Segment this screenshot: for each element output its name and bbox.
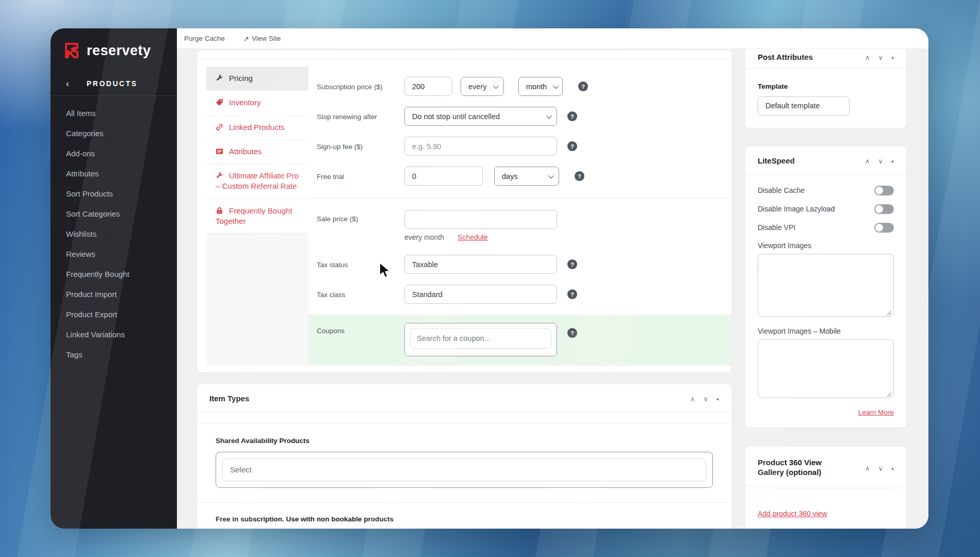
logo-text: reservety [87,43,151,59]
move-up-icon[interactable]: ∧ [865,54,870,61]
help-icon[interactable]: ? [567,259,577,269]
viewport-images-textarea[interactable] [758,254,894,317]
help-icon[interactable]: ? [567,289,577,299]
signup-fee-row: Sign-up fee ($) ? [317,137,717,156]
collapse-panel-icon[interactable]: ▴ [716,396,719,401]
subscription-price-input[interactable] [404,77,452,96]
disable-lazyload-toggle[interactable] [874,204,894,214]
panel-title: Post Attributes [758,53,813,62]
sidebar-item-sort-products[interactable]: Sort Products [51,184,177,204]
template-select[interactable]: Default template [758,96,850,116]
sale-price-input[interactable] [404,210,557,229]
free-trial-input[interactable] [404,167,483,186]
field-label: Sale price ($) [317,210,404,223]
tax-class-value: Standard [412,290,443,299]
tab-inventory[interactable]: Inventory [206,91,308,115]
panel-title: Product 360 View Gallery (optional) [758,458,845,478]
purge-cache-link[interactable]: Purge Cache [184,35,225,42]
sale-price-row: Sale price ($) [317,210,717,229]
period-value: month [526,83,547,91]
tax-class-select[interactable]: Standard [404,285,557,304]
item-types-panel: Item Types ∧ ∨ ▴ Shared Availability Pro… [197,384,731,529]
external-link-icon: ↗ [243,35,249,43]
tab-label: Linked Products [229,123,285,132]
move-up-icon[interactable]: ∧ [690,396,695,402]
main-area: Purge Cache ↗ View Site [177,28,928,529]
sidebar-item-attributes[interactable]: Attributes [51,163,177,184]
help-icon[interactable]: ? [567,141,577,151]
tax-class-row: Tax class Standard ? [317,285,717,304]
list-card-icon [216,148,224,155]
sidebar-item-reviews[interactable]: Reviews [51,244,177,264]
product-data-tabs: Pricing Inventory [206,67,308,365]
product-360-body: Add product 360 view [745,488,906,518]
wrench-icon [216,74,224,81]
panel-top-sliver [197,51,731,59]
help-icon[interactable]: ? [575,171,584,181]
stop-renewing-select[interactable]: Do not stop until cancelled [404,107,557,126]
signup-fee-input[interactable] [404,137,557,156]
sidebar: reservety ‹ PRODUCTS All Items Categorie… [51,28,177,529]
viewport-images-mobile-textarea[interactable] [758,339,894,398]
field-label: Tax status [317,260,404,269]
interval-select[interactable]: every [461,77,504,96]
help-icon[interactable]: ? [567,328,577,338]
sidebar-item-wishlists[interactable]: Wishlists [51,224,177,244]
add-product-360-link[interactable]: Add product 360 view [758,510,827,518]
collapse-panel-icon[interactable]: ▴ [891,158,894,163]
shared-products-select-input[interactable] [222,458,706,481]
template-value: Default template [765,102,820,110]
tabs-filler [206,234,308,365]
litespeed-header: LiteSpeed ∧ ∨ ▴ [745,146,906,174]
help-icon[interactable]: ? [567,111,577,121]
tab-linked-products[interactable]: Linked Products [206,116,308,140]
panel-title: Item Types [209,394,249,404]
viewport-images-mobile-label: Viewport Images – Mobile [758,327,894,335]
period-select[interactable]: month [518,77,563,96]
tax-status-row: Tax status Taxable ? [317,255,717,274]
collapse-chevron-icon[interactable]: ‹ [66,79,69,88]
sidebar-item-sort-categories[interactable]: Sort Categories [51,204,177,224]
sidebar-item-categories[interactable]: Categories [51,123,177,143]
sidebar-item-all-items[interactable]: All Items [51,103,177,123]
move-up-icon[interactable]: ∧ [865,158,870,165]
tab-attributes[interactable]: Attributes [206,140,308,164]
sidebar-item-product-import[interactable]: Product Import [51,284,177,304]
schedule-link[interactable]: Schedule [458,233,487,241]
move-down-icon[interactable]: ∨ [878,54,883,61]
disable-vpi-toggle[interactable] [874,223,894,233]
divider [197,502,731,503]
admin-topbar: Purge Cache ↗ View Site [177,28,928,49]
chevron-down-icon [546,112,552,118]
help-icon[interactable]: ? [578,81,588,91]
stop-renewing-row: Stop renewing after Do not stop until ca… [317,107,717,126]
tax-status-select[interactable]: Taxable [404,255,557,274]
field-label: Coupons [317,323,404,335]
post-attributes-panel: Post Attributes ∧ ∨ ▴ Template Default t… [745,49,906,128]
litespeed-panel: LiteSpeed ∧ ∨ ▴ Disable Cache [745,146,906,428]
move-down-icon[interactable]: ∨ [878,158,883,165]
shared-products-select-box [216,452,713,488]
collapse-panel-icon[interactable]: ▴ [891,55,894,60]
coupon-search-input[interactable] [410,328,551,349]
sidebar-item-product-export[interactable]: Product Export [51,304,177,324]
tab-frequently-bought-together[interactable]: Frequently Bought Together [206,199,308,234]
move-down-icon[interactable]: ∨ [878,465,883,472]
sidebar-item-frequently-bought[interactable]: Frequently Bought [51,264,177,284]
sidebar-item-linked-variations[interactable]: Linked Variations [51,324,177,345]
reservety-logo-icon [64,42,81,59]
sidebar-item-tags[interactable]: Tags [51,345,177,365]
tab-ultimate-affiliate-pro[interactable]: Ultimate Affiliate Pro – Custom Referral… [206,164,308,199]
move-up-icon[interactable]: ∧ [865,465,870,472]
move-down-icon[interactable]: ∨ [703,396,708,402]
disable-cache-toggle[interactable] [874,186,894,195]
trial-unit-select[interactable]: days [494,167,559,186]
post-attributes-header: Post Attributes ∧ ∨ ▴ [745,49,906,69]
view-site-link[interactable]: ↗ View Site [243,35,281,43]
learn-more-link[interactable]: Learn More [858,408,894,416]
tab-label: Pricing [229,74,253,83]
sidebar-item-add-ons[interactable]: Add-ons [51,143,177,163]
tab-pricing[interactable]: Pricing [206,67,308,91]
logo: reservety [51,28,177,70]
collapse-panel-icon[interactable]: ▴ [891,466,894,471]
